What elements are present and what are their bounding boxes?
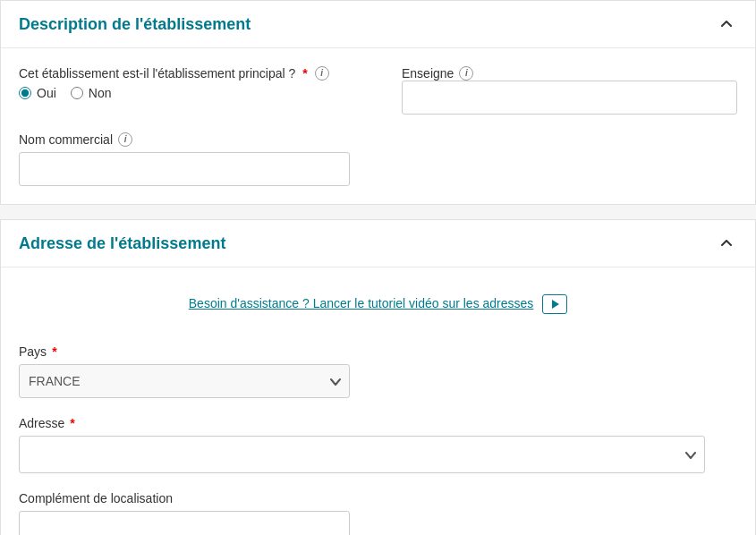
section-adresse: Adresse de l'établissement Besoin d'assi… (0, 219, 756, 535)
question-required: * (302, 66, 307, 81)
radio-oui-label[interactable]: Oui (19, 86, 56, 100)
radio-group-principal: Oui Non (19, 86, 380, 100)
adresse-required: * (70, 416, 74, 430)
section-description-collapse-button[interactable] (716, 13, 737, 35)
svg-marker-0 (552, 300, 559, 309)
pays-group: Pays * FRANCE BELGIQUE SUISSE LUXEMBOURG (19, 344, 737, 398)
section-description-header: Description de l'établissement (1, 1, 755, 48)
pays-label: Pays (19, 344, 47, 359)
complement-input[interactable] (19, 511, 350, 535)
enseigne-input[interactable] (402, 81, 737, 115)
section-adresse-body: Besoin d'assistance ? Lancer le tutoriel… (1, 268, 755, 535)
nom-commercial-label: Nom commercial (19, 132, 113, 147)
nom-commercial-input[interactable] (19, 152, 350, 186)
question-text: Cet établissement est-il l'établissement… (19, 66, 295, 81)
radio-non[interactable] (71, 87, 83, 99)
enseigne-label-row: Enseigne i (402, 66, 737, 81)
nom-commercial-group: Nom commercial i (19, 132, 737, 186)
radio-oui[interactable] (19, 87, 31, 99)
nom-commercial-info-icon[interactable]: i (118, 132, 132, 147)
assistance-link[interactable]: Besoin d'assistance ? Lancer le tutoriel… (189, 296, 534, 310)
enseigne-info-icon[interactable]: i (459, 66, 473, 81)
section-description-title: Description de l'établissement (19, 15, 251, 34)
radio-non-label[interactable]: Non (71, 86, 112, 100)
pays-select[interactable]: FRANCE BELGIQUE SUISSE LUXEMBOURG (19, 364, 350, 398)
question-info-icon[interactable]: i (315, 66, 329, 81)
section-adresse-header: Adresse de l'établissement (1, 220, 755, 268)
assistance-banner: Besoin d'assistance ? Lancer le tutoriel… (19, 285, 737, 323)
complement-group: Complément de localisation (19, 491, 737, 535)
enseigne-group: Enseigne i (402, 66, 737, 115)
pays-select-wrapper: FRANCE BELGIQUE SUISSE LUXEMBOURG (19, 364, 350, 398)
adresse-label: Adresse (19, 416, 64, 430)
description-top-row: Cet établissement est-il l'établissement… (19, 66, 737, 115)
complement-label: Complément de localisation (19, 491, 173, 505)
page-container: Description de l'établissement Cet établ… (0, 0, 756, 535)
complement-label-row: Complément de localisation (19, 491, 737, 505)
section-adresse-title: Adresse de l'établissement (19, 234, 225, 253)
principal-question-group: Cet établissement est-il l'établissement… (19, 66, 380, 100)
adresse-group: Adresse * (19, 416, 737, 473)
adresse-label-row: Adresse * (19, 416, 737, 430)
section-description-body: Cet établissement est-il l'établissement… (1, 48, 755, 204)
enseigne-label: Enseigne (402, 66, 454, 81)
question-label-row: Cet établissement est-il l'établissement… (19, 66, 380, 81)
section-adresse-collapse-button[interactable] (716, 233, 737, 254)
pays-required: * (52, 344, 56, 359)
radio-oui-text: Oui (37, 86, 56, 100)
adresse-input[interactable] (19, 436, 705, 473)
play-video-icon[interactable] (542, 294, 567, 314)
section-description: Description de l'établissement Cet établ… (0, 0, 756, 205)
pays-label-row: Pays * (19, 344, 737, 359)
adresse-input-wrapper (19, 436, 705, 473)
radio-non-text: Non (89, 86, 112, 100)
nom-commercial-label-row: Nom commercial i (19, 132, 737, 147)
